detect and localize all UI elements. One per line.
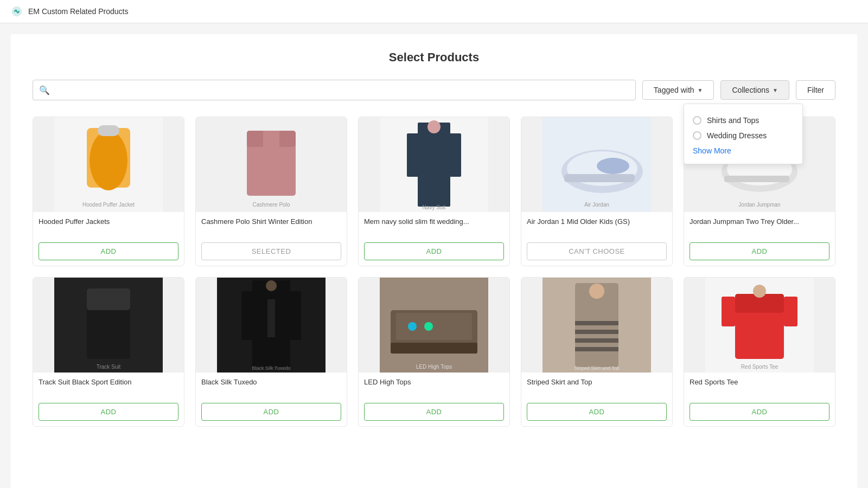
radio-shirts-icon[interactable] [693,116,701,125]
svg-point-19 [597,158,629,174]
svg-text:Jordan Jumpman: Jordan Jumpman [738,202,780,208]
add-button-red-sports-tee[interactable]: ADD [690,403,829,421]
top-bar: EM Custom Related Products [0,0,868,23]
main-content: Select Products 🔍 Tagged with ▼ Collecti… [11,34,857,488]
product-card-mem-navy: Navy Suit Mem navy solid slim fit weddin… [358,117,510,266]
product-image-air-jordan: Air Jordan [521,117,672,212]
svg-rect-58 [722,297,735,326]
add-button-mem-navy[interactable]: ADD [364,242,504,260]
tagged-with-arrow-icon: ▼ [698,87,703,93]
product-name-red-sports-tee: Red Sports Tee [690,378,829,396]
add-button-striped-skirt-top[interactable]: ADD [527,403,667,421]
collections-arrow-icon: ▼ [773,87,778,93]
svg-rect-59 [784,297,797,326]
product-card-led-high-tops: LED High Tops LED High TopsADD [358,277,510,427]
filter-button[interactable]: Filter [796,80,835,100]
svg-point-14 [427,120,441,133]
svg-rect-37 [267,299,275,337]
svg-text:Air Jordan: Air Jordan [584,202,609,208]
product-card-cashmere-polo: Cashmere Polo Cashmere Polo Shirt Winter… [195,117,347,266]
svg-point-57 [753,285,766,298]
product-name-track-suit: Track Suit Black Sport Edition [39,378,178,396]
svg-rect-50 [575,338,618,343]
product-image-striped-skirt-top: Striped Skirt and Top [521,278,672,373]
product-card-track-suit: Track Suit Track Suit Black Sport Editio… [33,277,184,427]
svg-rect-48 [575,321,618,325]
radio-wedding-icon[interactable] [693,131,701,140]
svg-rect-26 [724,176,789,182]
product-name-air-jordan: Air Jordan 1 Mid Older Kids (GS) [527,217,667,236]
add-button-track-suit[interactable]: ADD [39,403,178,421]
svg-rect-13 [407,133,461,177]
svg-text:Black Silk Tuxedo: Black Silk Tuxedo [252,365,290,371]
svg-point-36 [266,280,277,291]
svg-point-43 [408,322,417,331]
svg-point-3 [90,131,127,190]
search-icon: 🔍 [39,85,50,95]
collection-option-shirts[interactable]: Shirts and Tops [693,113,794,128]
svg-text:Red Sports Tee: Red Sports Tee [741,364,778,370]
product-image-black-silk-tuxedo: Black Silk Tuxedo [196,278,347,373]
svg-text:Striped Skirt and Top: Striped Skirt and Top [574,365,619,371]
svg-rect-20 [564,174,635,182]
svg-rect-51 [575,347,618,351]
add-button-black-silk-tuxedo[interactable]: ADD [201,403,341,421]
svg-text:Navy Suit: Navy Suit [423,204,446,210]
product-name-black-silk-tuxedo: Black Silk Tuxedo [201,378,341,396]
product-image-led-high-tops: LED High Tops [359,278,509,373]
svg-rect-41 [391,343,477,354]
app-logo-icon [11,5,23,17]
product-image-red-sports-tee: Red Sports Tee [684,278,835,373]
svg-text:Cashmere Polo: Cashmere Polo [253,202,290,208]
show-more-link[interactable]: Show More [693,146,794,155]
search-wrapper: 🔍 [33,80,636,100]
tagged-with-label: Tagged with [654,86,694,94]
svg-text:LED High Tops: LED High Tops [416,364,452,370]
product-name-mem-navy: Mem navy solid slim fit wedding... [364,217,504,236]
tagged-with-button[interactable]: Tagged with ▼ [642,80,714,100]
filters-row: 🔍 Tagged with ▼ Collections ▼ Filter Shi… [33,80,835,100]
collection-option-wedding[interactable]: Wedding Dresses [693,128,794,143]
svg-rect-42 [396,313,472,340]
cant-choose-button-air-jordan: CAN'T CHOOSE [527,242,667,260]
svg-rect-4 [98,125,119,136]
product-name-striped-skirt-top: Striped Skirt and Top [527,378,667,396]
svg-rect-9 [263,131,279,152]
app-title: EM Custom Related Products [28,7,128,16]
product-card-red-sports-tee: Red Sports Tee Red Sports TeeADD [684,277,835,427]
svg-point-52 [589,284,604,299]
collections-dropdown: Shirts and Tops Wedding Dresses Show Mor… [684,104,803,164]
svg-text:Hooded Puffer Jacket: Hooded Puffer Jacket [82,202,135,208]
collections-label: Collections [732,86,769,94]
svg-text:Track Suit: Track Suit [97,364,121,370]
svg-rect-30 [87,288,130,310]
collections-button[interactable]: Collections ▼ [720,80,789,100]
search-input[interactable] [33,80,636,100]
product-image-track-suit: Track Suit [33,278,184,373]
product-image-hooded-puffer: Hooded Puffer Jacket [33,117,184,212]
collection-wedding-label: Wedding Dresses [707,131,767,140]
add-button-jordan-jumpman[interactable]: ADD [690,242,829,260]
product-card-air-jordan: Air Jordan Air Jordan 1 Mid Older Kids (… [521,117,673,266]
product-name-jordan-jumpman: Jordan Jumpman Two Trey Older... [690,217,829,236]
selected-button-cashmere-polo[interactable]: SELECTED [201,242,341,260]
product-image-cashmere-polo: Cashmere Polo [196,117,347,212]
filter-label: Filter [807,86,824,94]
product-name-hooded-puffer: Hooded Puffer Jackets [39,217,178,236]
svg-rect-49 [575,330,618,334]
collection-shirts-label: Shirts and Tops [707,116,759,125]
product-name-cashmere-polo: Cashmere Polo Shirt Winter Edition [201,217,341,236]
product-card-striped-skirt-top: Striped Skirt and Top Striped Skirt and … [521,277,673,427]
page-title: Select Products [33,50,835,65]
product-image-mem-navy: Navy Suit [359,117,509,212]
product-card-black-silk-tuxedo: Black Silk Tuxedo Black Silk TuxedoADD [195,277,347,427]
svg-point-44 [424,322,433,331]
add-button-hooded-puffer[interactable]: ADD [39,242,178,260]
product-card-hooded-puffer: Hooded Puffer Jacket Hooded Puffer Jacke… [33,117,184,266]
add-button-led-high-tops[interactable]: ADD [364,403,504,421]
product-name-led-high-tops: LED High Tops [364,378,504,396]
